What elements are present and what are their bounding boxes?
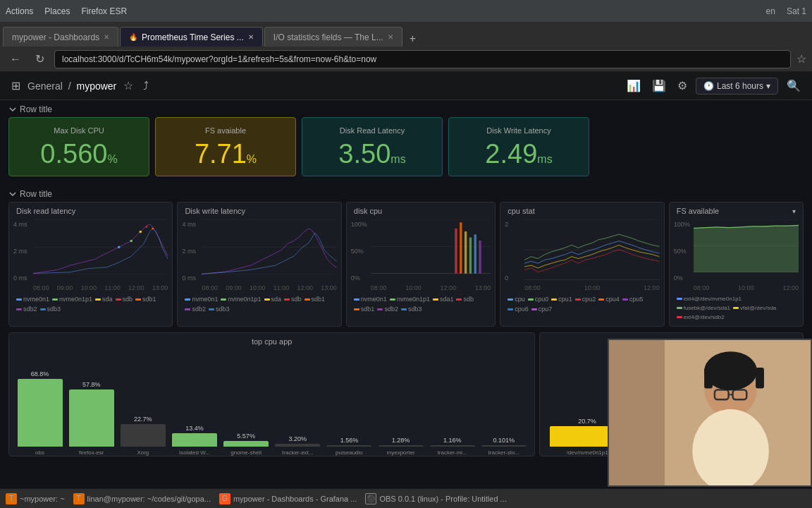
panel-disk-cpu-title: disk cpu	[354, 207, 382, 215]
row1-header[interactable]: Row title	[0, 100, 812, 117]
legend-write-sdb[interactable]: sdb	[284, 296, 302, 303]
panels-row: Disk read latency 4 ms 2 ms 0 ms	[0, 202, 812, 332]
status-bar: T ~mypower: ~ T linan@mypower: ~/codes/g…	[0, 488, 812, 508]
settings-button[interactable]: ⚙	[675, 76, 690, 95]
bookmark-button[interactable]: ☆	[796, 52, 806, 66]
legend-cpu7[interactable]: cpu7	[531, 306, 553, 313]
tab-io-stats-close[interactable]: ✕	[388, 33, 393, 41]
menu-firefox[interactable]: Firefox ESR	[81, 6, 127, 16]
legend-dcpu-sdb3[interactable]: sdb3	[401, 306, 422, 313]
cpu-stat-svg	[524, 219, 659, 280]
legend-sdb1[interactable]: sdb1	[135, 296, 156, 303]
legend-write-nvme0n1p1[interactable]: nvme0n1p1	[221, 296, 261, 303]
legend-dcpu-nvme0n1p1[interactable]: nvme0n1p1	[390, 296, 430, 303]
legend-fs-fusebk[interactable]: fusebk@/dev/sda1	[677, 305, 730, 311]
legend-fs-vfat[interactable]: vfat@/dev/sda	[733, 305, 776, 311]
grafana-icon: G	[219, 493, 230, 504]
tab-prometheus[interactable]: 🔥 Prometheus Time Series ... ✕	[120, 27, 263, 47]
fs-svg	[694, 219, 799, 272]
tab-mypower-label: mypower - Dashboards	[12, 32, 99, 42]
terminal1-icon: T	[6, 493, 17, 504]
fs-dropdown-button[interactable]: ▾	[792, 207, 796, 215]
refresh-button[interactable]: ↻	[31, 49, 49, 68]
cpu-stat-legend: cpu cpu0 cpu1 cpu2 cpu4 cpu5 cpu6 cpu7	[505, 293, 659, 315]
bar-col-1: 57.8% firefox-esr	[66, 350, 116, 456]
svg-rect-14	[455, 229, 457, 274]
time-range-selector[interactable]: 🕐 Last 6 hours ▾	[696, 78, 778, 95]
panel-disk-write-header: Disk write latency	[178, 202, 340, 217]
stat-card-disk-write-latency: Disk Write Latency 2.49ms	[448, 117, 589, 176]
breadcrumb-current[interactable]: mypower	[76, 80, 116, 92]
disk-write-x-labels: 08:00 09:00 10:00 11:00 12:00 13:00	[182, 283, 336, 293]
menu-actions[interactable]: Actions	[6, 6, 33, 16]
legend-cpu6[interactable]: cpu6	[508, 306, 529, 313]
legend-fs-ext4-sdb2[interactable]: ext4@/dev/sdb2	[677, 314, 725, 320]
prometheus-icon: 🔥	[129, 33, 137, 41]
time-range-label: Last 6 hours	[717, 81, 763, 91]
tab-io-stats[interactable]: I/O statistics fields — The L... ✕	[264, 27, 402, 47]
stat-card-max-disk-cpu-value: 0.560%	[20, 140, 137, 167]
legend-cpu[interactable]: cpu	[508, 296, 525, 303]
bar-label-2: Xorg	[137, 449, 149, 456]
bar-pct-0: 68.8%	[31, 370, 49, 377]
tab-mypower-close[interactable]: ✕	[104, 33, 109, 41]
legend-cpu2[interactable]: cpu2	[575, 296, 596, 303]
tab-mypower[interactable]: mypower - Dashboards ✕	[3, 27, 118, 47]
right-bar-label-0: /dev/nvme0n1p1	[567, 449, 608, 456]
cpu-stat-y-labels: 2 0	[505, 219, 524, 283]
legend-dcpu-sdb1[interactable]: sdb1	[354, 306, 375, 313]
legend-cpu0[interactable]: cpu0	[528, 296, 549, 303]
legend-dcpu-sdb[interactable]: sdb	[456, 296, 474, 303]
legend-sdb[interactable]: sdb	[116, 296, 133, 303]
bar-col-6: 1.56% pulseaudio	[324, 350, 374, 456]
legend-cpu5[interactable]: cpu5	[622, 296, 644, 303]
legend-sdb2[interactable]: sdb2	[16, 306, 37, 313]
breadcrumb: General / mypower	[27, 80, 116, 92]
legend-write-sda[interactable]: sda	[264, 296, 282, 303]
panel-cpu-stat-body: 2 0 08:00	[500, 217, 663, 318]
bar-pct-9: 0.101%	[493, 437, 515, 444]
tab-prometheus-close[interactable]: ✕	[248, 33, 254, 41]
new-tab-button[interactable]: +	[404, 31, 422, 47]
legend-write-nvme0n1[interactable]: nvme0n1	[185, 296, 218, 303]
back-button[interactable]: ←	[6, 50, 25, 68]
disk-cpu-x-labels: 08:00 10:00 12:00 13:00	[351, 283, 491, 293]
menu-places[interactable]: Places	[44, 6, 70, 16]
bar-rect-3	[172, 433, 217, 447]
row1-title: Row title	[20, 104, 52, 114]
legend-cpu4[interactable]: cpu4	[598, 296, 620, 303]
legend-fs-ext4-nvme[interactable]: ext4@/dev/nvme0n1p1	[677, 296, 742, 302]
legend-dcpu-sdb2[interactable]: sdb2	[377, 306, 398, 313]
webcam-content	[609, 340, 811, 485]
legend-write-sdb2[interactable]: sdb2	[185, 306, 206, 313]
bar-col-7: 1.28% myexporter	[376, 350, 426, 456]
share-button[interactable]: ⤴	[140, 77, 152, 95]
legend-write-sdb1[interactable]: sdb1	[304, 296, 326, 303]
disk-write-svg	[202, 219, 336, 274]
grafana-toolbar: ⊞ General / mypower ☆ ⤴ 📊 💾 ⚙ 🕐 Last 6 h…	[0, 72, 812, 100]
legend-write-sdb3[interactable]: sdb3	[209, 306, 230, 313]
svg-point-4	[130, 240, 132, 242]
legend-nvme0n1[interactable]: nvme0n1	[16, 296, 49, 303]
graph-view-button[interactable]: 📊	[624, 76, 644, 95]
legend-dcpu-sda1[interactable]: sda1	[433, 296, 454, 303]
sidebar-toggle[interactable]: ⊞	[8, 76, 23, 95]
fs-x-labels: 08:00 10:00 12:00	[674, 283, 799, 293]
bar-col-9: 0.101% tracker-sto...	[479, 350, 529, 456]
bar-rect-6	[326, 445, 371, 447]
row2-header[interactable]: Row title	[0, 185, 812, 202]
breadcrumb-general[interactable]: General	[27, 80, 63, 92]
bar-label-5: tracker-ext...	[282, 449, 313, 456]
svg-rect-16	[465, 231, 467, 274]
bar-rect-2	[121, 424, 166, 447]
legend-sdb3[interactable]: sdb3	[40, 306, 61, 313]
legend-cpu1[interactable]: cpu1	[551, 296, 572, 303]
legend-nvme0n1p1[interactable]: nvme0n1p1	[52, 296, 92, 303]
star-dashboard-button[interactable]: ☆	[121, 76, 136, 95]
zoom-out-button[interactable]: 🔍	[784, 76, 804, 95]
legend-dcpu-nvme0n1[interactable]: nvme0n1	[354, 296, 387, 303]
url-bar[interactable]	[54, 50, 791, 68]
legend-sda[interactable]: sda	[95, 296, 113, 303]
obs-label: OBS 0.0.1 (linux) - Profile: Untitled ..…	[379, 495, 506, 503]
save-button[interactable]: 💾	[649, 76, 669, 95]
